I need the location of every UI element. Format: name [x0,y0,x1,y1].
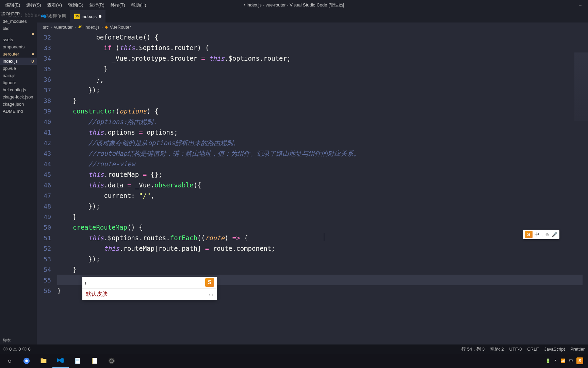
file-explorer-icon[interactable] [35,354,52,368]
floating-ime-toolbar[interactable]: S 中 , ☺ 🎤 [523,230,559,239]
svg-rect-4 [75,358,80,364]
minimize-button[interactable]: ─ [572,0,588,10]
svg-rect-7 [92,358,97,364]
file-tree-item[interactable]: ADME.md [0,108,37,115]
menu-item[interactable]: 帮助(H) [128,1,149,10]
file-tree-item[interactable]: nain.js [0,72,37,79]
titlebar: 编辑(E)选择(S)查看(V)转到(G)运行(R)终端(T)帮助(H) • in… [0,0,588,10]
file-label: ADME.md [3,109,23,114]
file-label: ckage-lock.json [3,94,33,99]
file-tree-item[interactable]: de_modules [0,18,37,25]
class-symbol-icon: ◆ [105,25,108,29]
file-status-badge: U [31,59,34,63]
breadcrumb[interactable]: src›vuerouter›JSindex.js›◆VueRouter [37,22,588,31]
tab-label: 欢迎使用 [48,13,66,19]
menu-item[interactable]: 转到(G) [65,1,86,10]
file-tree-item[interactable]: tignore [0,79,37,86]
ime-popup[interactable]: i S 默认皮肤 ‹ › [82,277,217,300]
file-tree-item[interactable]: ckage-lock.json [0,93,37,101]
notepad2-icon[interactable] [86,354,103,368]
file-tree-item[interactable] [0,32,37,36]
file-tree-item[interactable]: pp.vue [0,65,37,72]
ime-prev-icon[interactable]: ‹ [209,292,211,297]
tray-sogou-icon[interactable]: S [576,357,583,364]
ime-input-text: i [85,280,86,286]
vscode-icon[interactable] [52,354,69,368]
ime-toolbar-item[interactable]: ☺ [545,232,550,237]
chevron-right-icon: › [102,25,103,29]
cortana-icon[interactable]: ○ [1,354,18,368]
breadcrumb-item[interactable]: vuerouter [54,25,73,30]
file-label: bel.config.js [3,87,26,92]
ime-toolbar-item[interactable]: , [541,232,543,237]
sidebar-header: ROUTER [0,10,37,18]
ime-toolbar-item[interactable]: 🎤 [552,232,557,237]
file-label: tignore [3,80,16,85]
svg-rect-3 [41,358,44,359]
file-label: blic [3,26,10,31]
menubar: 编辑(E)选择(S)查看(V)转到(G)运行(R)终端(T)帮助(H) [0,1,149,10]
file-tree-item[interactable]: blic [0,25,37,32]
minimap[interactable] [574,52,588,121]
file-label: ssets [3,37,13,42]
info-icon: ⓘ [22,346,27,352]
tab-label: index.js [82,14,97,19]
text-cursor [324,233,324,241]
file-explorer-sidebar[interactable]: ROUTER de_modulesblicssetsomponentsuerou… [0,10,37,344]
notepad-icon[interactable] [69,354,86,368]
status-prettier[interactable]: Prettier [570,346,585,352]
file-label: nain.js [3,73,16,78]
ime-toolbar-logo-icon: S [525,231,533,238]
error-icon: ⓧ [3,346,8,352]
file-tree-item[interactable]: index.jsU [0,58,37,65]
file-label: pp.vue [3,66,16,71]
file-label: uerouter [3,51,19,57]
editor-tab[interactable]: JSindex.js [70,10,105,22]
obs-icon[interactable] [103,354,120,368]
file-tree-item[interactable]: ckage.json [0,101,37,108]
status-encoding[interactable]: UTF-8 [509,346,522,352]
file-label: index.js [3,59,18,64]
statusbar: ⓧ 0 ⚠ 0 ⓘ 0 行 54，列 3 空格: 2 UTF-8 CRLF Ja… [0,344,588,354]
warning-icon: ⚠ [13,347,17,352]
svg-rect-2 [41,359,47,363]
window-title: • index.js - vue-router - Visual Studio … [244,2,344,8]
menu-item[interactable]: 查看(V) [45,1,65,10]
vscode-icon [41,14,46,19]
tray-ime-icon[interactable]: 中 [569,358,573,364]
tray-up-icon[interactable]: ∧ [554,358,557,363]
windows-taskbar[interactable]: ○ 🔋 ∧ 📶 中 S [0,354,588,368]
breadcrumb-item[interactable]: VueRouter [110,25,131,30]
svg-rect-8 [92,358,93,364]
line-number-gutter: 3233343536373839404142434445464748495051… [37,31,57,344]
status-line-col[interactable]: 行 54，列 3 [461,346,485,352]
menu-item[interactable]: 运行(R) [87,1,107,10]
ime-nav[interactable]: ‹ › [209,292,213,297]
file-tree-item[interactable]: omponents [0,43,37,50]
window-controls: ─ [572,0,588,10]
editor-tab[interactable]: 欢迎使用 [37,10,70,22]
ime-next-icon[interactable]: › [212,292,213,297]
ime-toolbar-item[interactable]: 中 [535,231,539,237]
menu-item[interactable]: 选择(S) [23,1,44,10]
status-errors[interactable]: ⓧ 0 ⚠ 0 ⓘ 0 [3,346,31,352]
ime-candidate[interactable]: 默认皮肤 [86,291,108,298]
npm-scripts-panel[interactable]: 脚本 [0,335,37,344]
menu-item[interactable]: 终端(T) [108,1,128,10]
breadcrumb-item[interactable]: index.js [84,25,99,30]
svg-point-1 [25,359,28,362]
file-modified-dot-icon [32,33,34,35]
status-language[interactable]: JavaScript [544,346,565,352]
chrome-icon[interactable] [18,354,35,368]
status-spaces[interactable]: 空格: 2 [490,346,504,352]
status-eol[interactable]: CRLF [527,346,539,352]
chevron-right-icon: › [51,25,52,29]
menu-item[interactable]: 编辑(E) [3,1,23,10]
file-tree-item[interactable]: ssets [0,36,37,43]
breadcrumb-item[interactable]: src [43,25,49,30]
file-tree-item[interactable]: uerouter [0,50,37,58]
tray-wifi-icon[interactable]: 📶 [560,358,566,363]
file-tree-item[interactable]: bel.config.js [0,86,37,93]
npm-panel-line: 脚本 [0,337,37,344]
tray-battery-icon[interactable]: 🔋 [545,358,551,363]
